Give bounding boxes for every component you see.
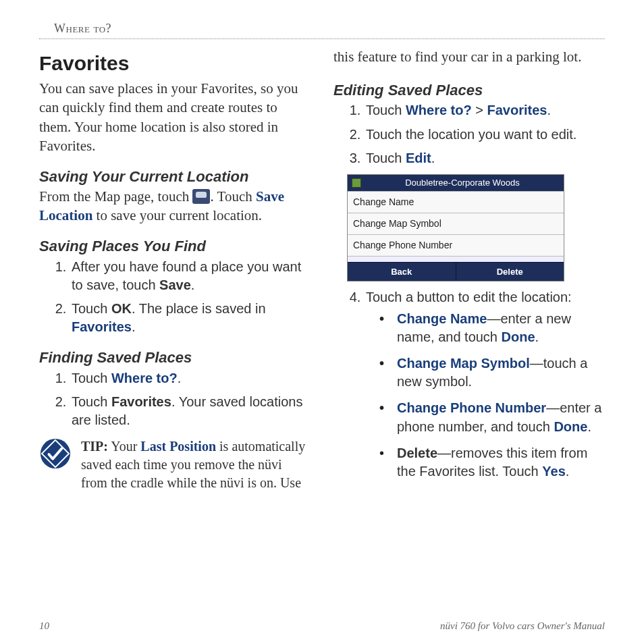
save-current-paragraph: From the Map page, touch . Touch Save Lo… bbox=[39, 187, 311, 225]
list-item: Touch OK. The place is saved in Favorite… bbox=[70, 300, 311, 336]
back-button[interactable]: Back bbox=[348, 262, 456, 281]
device-row[interactable]: Change Name bbox=[348, 191, 564, 213]
intro-paragraph: You can save places in your Favorites, s… bbox=[39, 79, 311, 156]
editing-steps-cont: Touch a button to edit the location: Cha… bbox=[333, 288, 605, 481]
device-screenshot: Doubletree-Corporate Woods Change Name C… bbox=[347, 174, 564, 281]
tip-icon bbox=[39, 437, 72, 470]
header-rule bbox=[39, 38, 605, 39]
heading-find-saved: Finding Saved Places bbox=[39, 348, 311, 368]
list-item: Delete—removes this item from the Favori… bbox=[379, 444, 605, 481]
list-item: Change Name—enter a new name, and touch … bbox=[379, 310, 605, 346]
delete-button[interactable]: Delete bbox=[456, 262, 564, 281]
list-item: Touch Favorites. Your saved locations ar… bbox=[70, 393, 311, 429]
heading-save-found: Saving Places You Find bbox=[39, 236, 311, 257]
right-column: this feature to find your car in a parki… bbox=[333, 47, 605, 492]
list-item: After you have found a place you want to… bbox=[70, 258, 311, 294]
page-footer: 10 nüvi 760 for Volvo cars Owner's Manua… bbox=[39, 620, 605, 632]
device-titlebar: Doubletree-Corporate Woods bbox=[348, 175, 564, 191]
two-column-layout: Favorites You can save places in your Fa… bbox=[39, 47, 605, 492]
list-item: Change Map Symbol—touch a new symbol. bbox=[379, 354, 605, 391]
device-button-bar: Back Delete bbox=[348, 262, 564, 281]
running-head: Where to? bbox=[39, 22, 605, 36]
device-row[interactable]: Change Phone Number bbox=[348, 234, 564, 256]
device-strip bbox=[348, 256, 564, 262]
manual-title: nüvi 760 for Volvo cars Owner's Manual bbox=[440, 620, 605, 632]
tip-text: TIP: Your Last Position is automatically… bbox=[81, 437, 311, 491]
heading-favorites: Favorites bbox=[39, 50, 311, 78]
tip-continuation: this feature to find your car in a parki… bbox=[333, 47, 605, 67]
heading-editing-saved: Editing Saved Places bbox=[333, 80, 605, 101]
list-item: Touch a button to edit the location: Cha… bbox=[365, 288, 605, 481]
vehicle-icon bbox=[192, 189, 210, 204]
device-title: Doubletree-Corporate Woods bbox=[365, 177, 560, 189]
editing-steps: Touch Where to? > Favorites. Touch the l… bbox=[333, 101, 605, 167]
list-item: Touch Edit. bbox=[365, 149, 605, 167]
save-found-steps: After you have found a place you want to… bbox=[39, 258, 311, 337]
left-column: Favorites You can save places in your Fa… bbox=[39, 47, 311, 492]
device-row[interactable]: Change Map Symbol bbox=[348, 213, 564, 234]
heading-save-current: Saving Your Current Location bbox=[39, 167, 311, 187]
edit-options: Change Name—enter a new name, and touch … bbox=[366, 310, 605, 481]
list-item: Touch Where to?. bbox=[70, 369, 311, 387]
list-item: Change Phone Number—enter a phone number… bbox=[379, 399, 605, 435]
list-item: Touch Where to? > Favorites. bbox=[365, 101, 605, 119]
find-saved-steps: Touch Where to?. Touch Favorites. Your s… bbox=[39, 369, 311, 430]
list-item: Touch the location you want to edit. bbox=[365, 126, 605, 144]
page-number: 10 bbox=[39, 620, 49, 632]
tip-callout: TIP: Your Last Position is automatically… bbox=[39, 437, 311, 491]
status-icon bbox=[352, 178, 361, 188]
